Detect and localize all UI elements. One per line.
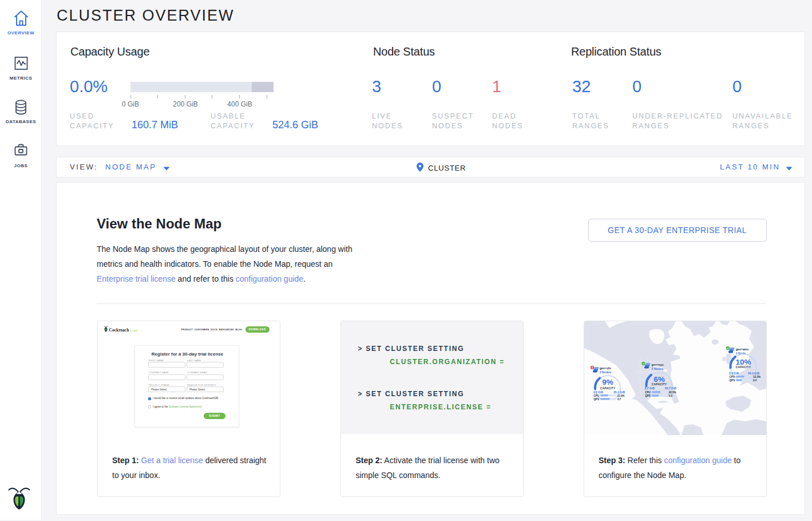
svg-text:geo=sfo: geo=sfo <box>599 366 611 370</box>
svg-text:3.6 GiB: 3.6 GiB <box>729 372 739 375</box>
svg-text:geo=nyc: geo=nyc <box>651 363 663 366</box>
svg-text:CPU: CPU <box>729 376 735 378</box>
svg-text:3.7 GiB: 3.7 GiB <box>644 386 655 390</box>
svg-text:34.4 GiB: 34.4 GiB <box>747 372 759 375</box>
svg-text:QPS: QPS <box>645 394 651 397</box>
svg-text:35.1 GiB: 35.1 GiB <box>613 390 624 394</box>
svg-text:CPU: CPU <box>593 394 599 397</box>
svg-text:13.3%: 13.3% <box>753 376 760 378</box>
svg-text:10%: 10% <box>735 358 751 366</box>
svg-text:CPU: CPU <box>645 391 651 394</box>
svg-text:0.0: 0.0 <box>668 394 672 397</box>
svg-text:CAPACITY: CAPACITY <box>735 366 751 369</box>
svg-text:2 Nodes: 2 Nodes <box>651 367 663 370</box>
svg-text:QPS: QPS <box>729 379 735 382</box>
svg-text:3.2 GiB: 3.2 GiB <box>593 390 603 394</box>
svg-text:42.5%: 42.5% <box>668 391 676 394</box>
svg-text:4.7: 4.7 <box>617 398 621 401</box>
svg-text:2 Nodes: 2 Nodes <box>599 370 611 374</box>
svg-text:9%: 9% <box>602 378 613 386</box>
svg-text:CAPACITY: CAPACITY <box>600 387 615 390</box>
svg-text:65.7 GiB: 65.7 GiB <box>664 386 676 390</box>
svg-text:QPS: QPS <box>593 398 599 401</box>
svg-text:11.0%: 11.0% <box>617 394 624 397</box>
svg-text:geo=ams: geo=ams <box>735 348 748 351</box>
svg-text:CAPACITY: CAPACITY <box>651 383 667 386</box>
svg-text:6%: 6% <box>653 375 665 384</box>
svg-text:0.4: 0.4 <box>753 379 757 382</box>
